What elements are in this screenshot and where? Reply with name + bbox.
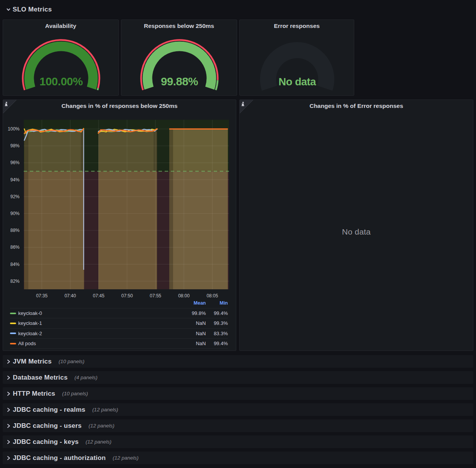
svg-text:100.00%: 100.00% [39,75,83,88]
svg-text:No data: No data [278,76,316,88]
svg-text:99.88%: 99.88% [161,75,198,88]
